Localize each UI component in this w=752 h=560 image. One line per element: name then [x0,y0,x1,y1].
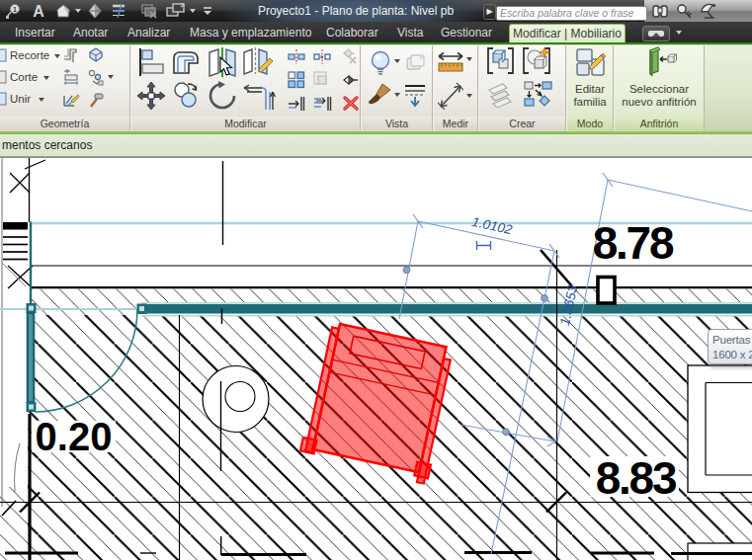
dimension-icon[interactable] [438,82,463,110]
mirror-draw-axis-icon[interactable] [242,46,274,78]
move-icon[interactable] [135,80,167,112]
key-icon[interactable] [675,3,695,20]
panel-label-anfitrion[interactable]: Anfitrión [615,117,704,131]
tab-anotar[interactable]: Anotar [73,26,108,40]
tab-gestionar[interactable]: Gestionar [441,26,492,40]
dim-value-left[interactable]: 0.20 [36,415,113,458]
tag-number-glyph: 1 [13,6,17,13]
unpin-icon[interactable] [341,46,360,65]
recorte-caret-icon[interactable] [54,54,60,58]
ribbon-minimize-button[interactable] [642,26,670,41]
text-icon[interactable]: A [31,3,46,19]
tooltip: Puertas 1600 x 2 [708,329,752,364]
create-similar-icon[interactable] [522,45,551,75]
close-hidden-windows-icon[interactable] [140,3,158,19]
communication-center-icon[interactable] [699,2,718,20]
delete-icon[interactable] [342,95,360,112]
recorte-button[interactable]: Recorte [10,49,49,61]
align-icon[interactable] [135,46,167,78]
copy-icon[interactable] [171,80,203,112]
witness-grip-icon[interactable] [477,241,491,250]
create-group-icon[interactable] [486,46,515,75]
unjoin-geometry-icon[interactable] [87,69,105,86]
trim-extend-single-icon[interactable] [288,95,305,112]
customize-qat-icon[interactable] [202,6,213,18]
corte-button[interactable]: Corte [10,71,38,83]
rotate-icon[interactable] [207,80,238,112]
brush-caret-icon[interactable] [394,93,400,97]
dimension-caret-icon[interactable] [466,94,472,98]
profile-lines-icon[interactable] [62,92,80,109]
pick-new-host-icon[interactable] [644,45,678,79]
beam-joins-icon[interactable] [62,69,80,86]
switch-windows-caret-icon[interactable] [190,9,196,13]
override-graphics-icon[interactable] [403,82,427,108]
panel-label-modo[interactable]: Modo [567,117,613,131]
panel-medir: Medir [434,44,477,131]
infocenter-expand-icon[interactable]: ▶ [483,4,496,20]
window-title: Proyecto1 - Plano de planta: Nivel pb [227,4,484,18]
tab-modificar-mobiliario-active[interactable]: Modificar | Mobiliario [509,24,626,43]
corner-trim-icon[interactable] [242,80,276,112]
corte-caret-icon[interactable] [43,76,49,80]
measure-icon[interactable] [437,50,464,74]
demolish-icon[interactable] [87,92,105,109]
trim-extend-multiple-icon[interactable] [313,95,332,112]
isolate-icon[interactable] [403,52,427,74]
scale-icon[interactable] [313,71,331,89]
ribbon-contextual-fill [705,44,752,131]
tab-analizar[interactable]: Analizar [127,26,170,40]
ribbon-minimize-caret-icon[interactable] [676,31,682,35]
pin-icon[interactable] [342,72,359,88]
text-tool-glyph: A [33,3,44,19]
tag-icon[interactable]: 1 [5,3,22,20]
array-icon[interactable] [288,71,305,89]
seleccionar-nuevo-anfitrion-button[interactable]: Seleccionar nuevo anfitrión [615,83,704,109]
edit-family-icon[interactable] [575,47,606,78]
unjoin-caret-icon[interactable] [108,75,114,79]
tab-insertar[interactable]: Insertar [15,26,55,40]
create-assembly-icon[interactable] [523,80,552,108]
create-parts-icon[interactable] [485,80,517,108]
thin-lines-icon[interactable] [111,3,128,19]
mouse-cursor [219,56,234,77]
tab-vista[interactable]: Vista [397,26,423,40]
panel-label-medir[interactable]: Medir [434,117,477,131]
editar-familia-line2: familia [567,96,613,109]
title-bar: 1 A Proyecto1 - Plano de planta: Nivel p… [0,0,752,22]
panel-label-modificar[interactable]: Modificar [131,117,360,131]
hide-elements-icon[interactable] [369,50,392,77]
offset-icon[interactable] [171,46,203,78]
tab-colaborar[interactable]: Colaborar [326,26,378,40]
options-bar-text: mentos cercanos [2,138,92,152]
panel-modificar: Modificar [131,44,360,131]
ribbon-top-highlight [0,44,752,45]
panel-label-crear[interactable]: Crear [479,117,565,131]
measure-caret-icon[interactable] [466,57,472,61]
panel-label-vista[interactable]: Vista [362,117,432,131]
editar-familia-button[interactable]: Editar familia [567,83,613,109]
wall-joins-icon[interactable] [62,46,79,63]
drawing-area[interactable]: 1.0102 1.3653 8.78 0.20 8.83 [0,157,752,560]
unir-caret-icon[interactable] [39,98,44,102]
search-icon[interactable] [650,3,670,20]
column-section[interactable] [598,278,615,304]
default-3d-view-icon[interactable] [54,2,72,20]
panel-label-geometria[interactable]: Geometría [0,117,129,131]
dim-value-bottom[interactable]: 8.83 [596,452,676,504]
switch-windows-icon[interactable] [166,3,186,19]
tab-masa-y-emplazamiento[interactable]: Masa y emplazamiento [190,26,311,40]
cut-geometry-icon[interactable] [87,46,105,63]
dim-value-top[interactable]: 8.78 [593,217,674,269]
split-element-icon[interactable] [288,48,305,65]
split-with-gap-icon[interactable] [313,48,331,65]
hide-caret-icon[interactable] [394,59,400,63]
linework-brush-icon[interactable] [367,82,392,108]
tooltip-line1: Puertas [712,333,752,348]
default-3d-view-caret-icon[interactable] [75,9,81,13]
panel-geometria: Recorte Corte Unir [0,44,129,131]
search-input[interactable] [496,6,647,21]
render-icon[interactable] [87,3,104,19]
unir-button[interactable]: Unir [10,93,31,105]
table-furniture[interactable] [688,365,752,493]
